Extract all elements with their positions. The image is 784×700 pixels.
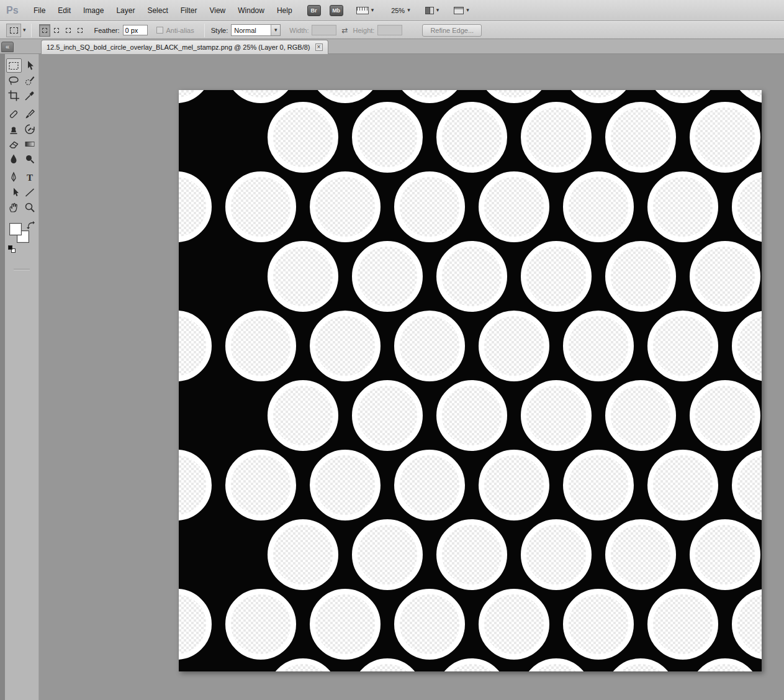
menu-file[interactable]: File: [27, 4, 52, 17]
move-tool-icon: [23, 59, 37, 73]
blur-droplet-icon: [7, 152, 20, 166]
menu-edit[interactable]: Edit: [52, 4, 77, 17]
lasso-tool[interactable]: [6, 73, 22, 88]
type-tool[interactable]: T: [22, 170, 38, 184]
swap-colors-icon[interactable]: [26, 220, 36, 230]
chevron-down-icon: ▾: [436, 7, 439, 13]
menu-bar: Ps File Edit Image Layer Select Filter V…: [0, 0, 784, 21]
pattern-circle: [563, 589, 634, 660]
feather-input[interactable]: [123, 25, 148, 35]
path-selection-tool[interactable]: [6, 185, 22, 199]
crop-tool[interactable]: [6, 88, 22, 102]
hand-tool[interactable]: [6, 200, 22, 214]
new-selection-button[interactable]: [39, 24, 50, 37]
screen-mode-icon: [454, 7, 464, 14]
pattern-circle: [647, 171, 718, 242]
document-canvas[interactable]: [179, 90, 762, 671]
ruler-icon: [356, 7, 369, 14]
pattern-circle: [268, 102, 338, 173]
pattern-circle: [479, 450, 549, 520]
menu-filter[interactable]: Filter: [174, 4, 204, 17]
refine-edge-button[interactable]: Refine Edge...: [422, 24, 482, 37]
eraser-tool[interactable]: [6, 137, 22, 151]
intersect-selection-button[interactable]: [74, 24, 86, 37]
pattern-circle: [352, 380, 423, 451]
rectangular-marquee-icon: [7, 59, 20, 73]
arrange-documents-button[interactable]: ▾: [423, 6, 441, 16]
dodge-tool[interactable]: [22, 152, 38, 166]
pattern-circle: [521, 241, 592, 312]
launch-bridge-button[interactable]: Br: [307, 5, 321, 16]
pattern-circle: [732, 450, 762, 520]
move-tool[interactable]: [22, 58, 38, 73]
chevron-down-icon: ▾: [271, 25, 280, 35]
screen-mode-button[interactable]: ▾: [452, 6, 471, 16]
history-brush-tool[interactable]: [22, 122, 38, 136]
panel-divider: [14, 269, 30, 270]
tool-options-bar: ▾ Feather: Anti-alias Style: Normal ▾ Wi…: [0, 21, 784, 39]
style-select[interactable]: Normal ▾: [231, 24, 281, 36]
pattern-circle: [268, 380, 338, 451]
spot-healing-brush-tool[interactable]: [6, 107, 22, 121]
swap-dimensions-icon[interactable]: ⇄: [341, 26, 348, 35]
pen-tool[interactable]: [6, 170, 22, 184]
line-shape-tool[interactable]: [22, 185, 38, 199]
chevron-down-icon: ▾: [466, 7, 469, 13]
eyedropper-tool[interactable]: [22, 88, 38, 102]
height-input[interactable]: [377, 25, 402, 35]
pattern-circle: [605, 241, 676, 312]
launch-mini-bridge-button[interactable]: Mb: [330, 5, 343, 16]
pattern-circle: [352, 102, 423, 173]
menu-layer[interactable]: Layer: [110, 4, 141, 17]
foreground-color-swatch[interactable]: [9, 223, 22, 235]
anti-alias-label: Anti-alias: [166, 27, 194, 34]
pattern-circle: [647, 90, 718, 103]
pattern-circle: [436, 102, 507, 173]
zoom-level-control[interactable]: 25% ▾: [387, 6, 412, 16]
menu-window[interactable]: Window: [232, 4, 271, 17]
anti-alias-checkbox[interactable]: [156, 27, 163, 34]
menu-help[interactable]: Help: [271, 4, 299, 17]
menu-view[interactable]: View: [203, 4, 232, 17]
add-to-selection-icon: [54, 28, 59, 33]
pattern-circle: [436, 519, 507, 590]
subtract-from-selection-button[interactable]: [63, 24, 74, 37]
pattern-circle: [179, 450, 212, 520]
color-swatches: [5, 220, 38, 260]
document-tab[interactable]: 12.5_inch_SQ_bold_circle_overlay_BLACK_m…: [41, 40, 328, 54]
pattern-circle: [690, 241, 760, 312]
zoom-tool[interactable]: [22, 200, 38, 214]
tool-preset-picker[interactable]: ▾: [6, 24, 26, 37]
blur-tool[interactable]: [6, 152, 22, 166]
gradient-tool[interactable]: [22, 137, 38, 151]
history-brush-icon: [23, 122, 37, 136]
pattern-circle: [268, 241, 338, 312]
pattern-circle: [521, 380, 592, 451]
pattern-circle: [521, 658, 592, 671]
default-colors-icon[interactable]: [8, 245, 17, 254]
collapse-panel-button[interactable]: «: [1, 42, 14, 52]
brush-tool[interactable]: [22, 107, 38, 121]
width-input[interactable]: [312, 25, 336, 35]
pattern-circle: [310, 90, 381, 103]
menu-select[interactable]: Select: [141, 4, 174, 17]
feather-label: Feather:: [94, 27, 120, 34]
quick-selection-tool[interactable]: [22, 73, 38, 88]
rectangular-marquee-tool[interactable]: [6, 58, 22, 73]
close-tab-button[interactable]: ×: [315, 43, 323, 51]
pattern-circle: [605, 380, 676, 451]
pattern-circle: [179, 311, 212, 381]
clone-stamp-tool[interactable]: [6, 122, 22, 136]
pattern-circle: [352, 241, 423, 312]
svg-text:T: T: [27, 173, 33, 183]
pattern-circle: [605, 102, 676, 173]
selection-mode-group: [39, 24, 86, 37]
app-logo: Ps: [6, 5, 27, 16]
pattern-circle: [310, 450, 381, 520]
view-extras-button[interactable]: ▾: [354, 6, 376, 16]
menu-image[interactable]: Image: [77, 4, 110, 17]
document-tab-title: 12.5_inch_SQ_bold_circle_overlay_BLACK_m…: [47, 43, 310, 51]
add-to-selection-button[interactable]: [51, 24, 62, 37]
brush-icon: [23, 107, 37, 121]
pattern-circle: [179, 171, 212, 242]
